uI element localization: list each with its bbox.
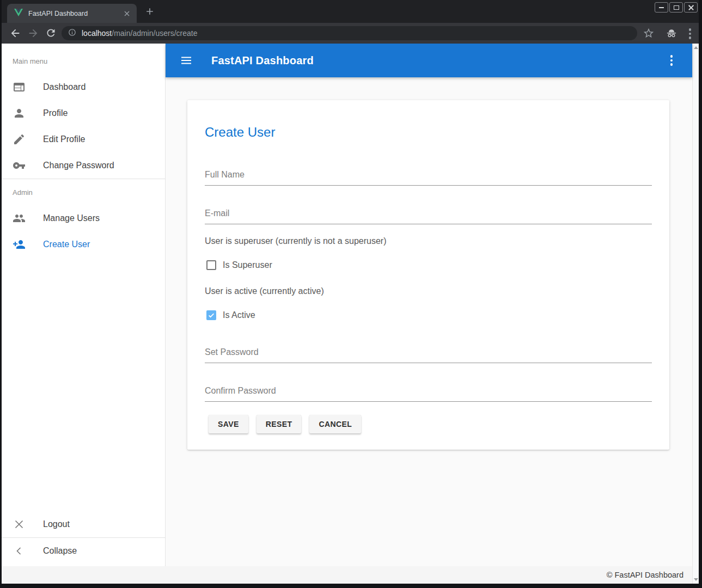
active-note: User is active (currently active) <box>205 286 652 296</box>
close-icon <box>13 518 26 531</box>
chevron-left-icon <box>13 544 26 558</box>
set-password-input[interactable] <box>205 347 652 363</box>
sidebar-item-label: Profile <box>43 108 68 118</box>
sidebar-item-label: Logout <box>43 519 70 529</box>
browser-tab[interactable]: FastAPI Dashboard <box>7 4 137 23</box>
cancel-button[interactable]: CANCEL <box>309 415 361 433</box>
sidebar-item-profile[interactable]: Profile <box>2 100 165 126</box>
full-name-input[interactable] <box>205 170 652 186</box>
app-menu-icon[interactable] <box>665 54 678 67</box>
set-password-field <box>205 347 652 363</box>
sidebar-item-edit-profile[interactable]: Edit Profile <box>2 126 165 152</box>
sidebar-item-dashboard[interactable]: Dashboard <box>2 74 165 100</box>
web-icon <box>13 81 26 94</box>
browser-window: FastAPI Dashboard localhost/m <box>0 0 702 588</box>
people-icon <box>13 212 26 225</box>
close-icon[interactable] <box>684 2 698 13</box>
is-superuser-label: Is Superuser <box>223 260 272 270</box>
maximize-icon[interactable] <box>669 2 683 13</box>
bookmark-star-icon[interactable] <box>643 27 655 39</box>
is-active-checkbox[interactable] <box>206 310 216 320</box>
form-buttons: SAVE RESET CANCEL <box>205 415 652 433</box>
browser-menu-icon[interactable] <box>683 27 697 40</box>
sidebar-item-create-user[interactable]: Create User <box>2 231 165 258</box>
back-icon[interactable] <box>9 27 21 39</box>
confirm-password-field <box>205 386 652 402</box>
scroll-up-icon[interactable] <box>694 46 698 49</box>
main-area: FastAPI Dashboard Create User <box>166 44 692 566</box>
sidebar: Main menu Dashboard Profile <box>2 44 166 566</box>
tab-strip: FastAPI Dashboard <box>2 0 699 23</box>
address-bar[interactable]: localhost/main/admin/users/create <box>62 26 637 40</box>
sidebar-item-label: Create User <box>43 240 90 249</box>
is-superuser-checkbox-row[interactable]: Is Superuser <box>205 260 652 270</box>
reload-icon[interactable] <box>45 27 57 39</box>
person-add-icon <box>13 238 26 251</box>
minimize-icon[interactable] <box>655 2 668 13</box>
scroll-down-icon[interactable] <box>694 578 698 581</box>
sidebar-header-main-menu: Main menu <box>2 48 165 74</box>
person-icon <box>13 107 26 120</box>
main-content: Create User User is superuser (currently… <box>166 77 692 566</box>
page-title: Create User <box>205 124 652 140</box>
tab-close-icon[interactable] <box>123 9 131 18</box>
confirm-password-input[interactable] <box>205 386 652 402</box>
full-name-field <box>205 170 652 186</box>
sidebar-item-label: Manage Users <box>43 213 100 223</box>
incognito-icon <box>666 27 677 39</box>
is-active-checkbox-row[interactable]: Is Active <box>205 310 652 320</box>
sidebar-item-collapse[interactable]: Collapse <box>2 538 165 564</box>
info-icon[interactable] <box>68 28 76 39</box>
url-host: localhost <box>82 29 112 38</box>
url-path: /main/admin/users/create <box>112 29 197 38</box>
is-superuser-checkbox[interactable] <box>206 260 216 270</box>
sidebar-spacer <box>2 262 165 511</box>
hamburger-menu-icon[interactable] <box>180 54 193 67</box>
sidebar-header-admin: Admin <box>2 179 165 205</box>
sidebar-item-logout[interactable]: Logout <box>2 511 165 537</box>
save-button[interactable]: SAVE <box>209 415 248 433</box>
page-scrollbar[interactable] <box>692 44 699 584</box>
sidebar-item-manage-users[interactable]: Manage Users <box>2 205 165 231</box>
vue-logo-icon <box>14 8 23 19</box>
sidebar-item-label: Change Password <box>43 161 114 170</box>
sidebar-item-label: Dashboard <box>43 82 86 92</box>
create-user-card: Create User User is superuser (currently… <box>187 100 669 450</box>
page-viewport: Main menu Dashboard Profile <box>2 44 699 584</box>
email-input[interactable] <box>205 209 652 224</box>
reset-button[interactable]: RESET <box>257 415 302 433</box>
key-icon <box>13 159 26 172</box>
superuser-note: User is superuser (currently is not a su… <box>205 236 652 246</box>
tab-title: FastAPI Dashboard <box>28 10 123 17</box>
new-tab-icon[interactable] <box>144 6 155 17</box>
email-field <box>205 209 652 224</box>
url-text: localhost/main/admin/users/create <box>82 29 197 38</box>
forward-icon[interactable] <box>27 27 39 39</box>
sidebar-item-label: Edit Profile <box>43 134 85 144</box>
copyright-text: © FastAPI Dashboard <box>607 571 683 579</box>
app-bar: FastAPI Dashboard <box>166 44 692 77</box>
window-controls <box>655 2 698 13</box>
pencil-icon <box>13 133 26 146</box>
sidebar-item-change-password[interactable]: Change Password <box>2 152 165 179</box>
app-title: FastAPI Dashboard <box>211 54 314 67</box>
sidebar-item-label: Collapse <box>43 546 77 556</box>
is-active-label: Is Active <box>223 310 255 320</box>
page-footer: © FastAPI Dashboard <box>2 566 692 584</box>
browser-toolbar: localhost/main/admin/users/create <box>2 23 699 44</box>
